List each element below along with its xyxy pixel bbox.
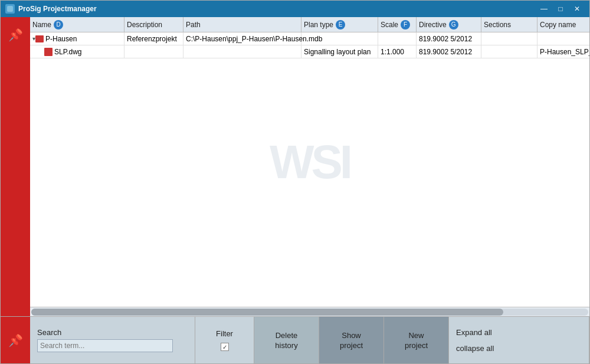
col-header-description: Description [124, 17, 183, 32]
table-header: Name D Description Path Plan type E Scal [30, 17, 589, 32]
horizontal-scrollbar[interactable] [30, 307, 589, 316]
filter-section[interactable]: Filter ✓ [195, 317, 254, 363]
cell-sections-0 [481, 32, 537, 45]
col-badge-d: D [54, 20, 63, 29]
col-badge-g: G [449, 20, 458, 29]
col-header-path: Path [183, 17, 301, 32]
cell-name-1: SLP.dwg [30, 45, 124, 58]
scroll-track[interactable] [31, 309, 588, 316]
cell-directive-1: 819.9002 5/2012 [417, 45, 481, 58]
search-input-row [37, 339, 188, 352]
collapse-all-button[interactable]: collapse all [456, 342, 494, 355]
main-content: 📌 WSI Name D Description Path [1, 17, 589, 316]
cell-sections-1 [481, 45, 537, 58]
window-title: ProSig Projectmanager [18, 5, 97, 13]
expand-all-button[interactable]: Expand all [456, 326, 492, 339]
table-container[interactable]: WSI Name D Description Path Plan type [30, 17, 589, 307]
cell-path-0: C:\P-Hausen\ppj_P-Hausen\P-Hausen.mdb [183, 32, 301, 45]
col-header-name: Name D [30, 17, 124, 32]
new-project-line1: New [408, 331, 424, 340]
table-row[interactable]: SLP.dwg Signalling layout plan 1:1.000 8… [30, 45, 589, 58]
checkmark-icon: ✓ [222, 344, 227, 350]
cell-name-0: ▾ P-Hausen [30, 32, 124, 45]
cell-copyname-0 [537, 32, 589, 45]
cell-plantype-0 [301, 32, 378, 45]
minimize-button[interactable]: — [536, 3, 552, 15]
delete-history-label: Delete history [261, 331, 312, 350]
pin-icon: 📌 [8, 28, 23, 42]
cell-scale-1: 1:1.000 [378, 45, 417, 58]
cell-directive-0: 819.9002 5/2012 [417, 32, 481, 45]
col-badge-f: F [401, 20, 410, 29]
delete-history-line2: history [275, 341, 297, 350]
cell-copyname-1: P-Hausen_SLP_Auto [537, 45, 589, 58]
col-header-directive: Directive G [417, 17, 481, 32]
cell-path-1 [183, 45, 301, 58]
file-icon [44, 48, 53, 56]
delete-history-line1: Delete [276, 331, 298, 340]
filter-checkbox-row: ✓ [221, 343, 229, 351]
col-header-plantype: Plan type E [301, 17, 378, 32]
close-button[interactable]: ✕ [569, 3, 585, 15]
toolbar-pin-icon: 📌 [8, 333, 23, 347]
app-window: ProSig Projectmanager — □ ✕ 📌 WSI Name D [0, 0, 590, 364]
col-header-sections: Sections [481, 17, 537, 32]
new-project-button[interactable]: New project [384, 317, 449, 363]
scroll-thumb[interactable] [31, 309, 503, 316]
table-body: ▾ P-Hausen Referenzprojekt C:\P-Hausen\p… [30, 32, 589, 58]
title-bar-left: ProSig Projectmanager [5, 4, 97, 14]
new-project-line2: project [405, 341, 428, 350]
col-badge-e: E [336, 20, 345, 29]
delete-history-button[interactable]: Delete history [254, 317, 319, 363]
watermark: WSI [270, 135, 350, 189]
cell-desc-0: Referenzprojekt [124, 32, 183, 45]
title-controls: — □ ✕ [536, 3, 585, 15]
title-bar: ProSig Projectmanager — □ ✕ [1, 1, 589, 17]
toolbar-left-strip: 📌 [1, 317, 30, 363]
bottom-toolbar: 📌 Search Filter ✓ Delete history [1, 316, 589, 363]
col-header-scale: Scale F [378, 17, 417, 32]
maximize-button[interactable]: □ [553, 3, 568, 15]
col-header-copyname: Copy name [537, 17, 589, 32]
table-row[interactable]: ▾ P-Hausen Referenzprojekt C:\P-Hausen\p… [30, 32, 589, 45]
cell-scale-0 [378, 32, 417, 45]
show-project-button[interactable]: Show project [319, 317, 384, 363]
cell-plantype-1: Signalling layout plan [301, 45, 378, 58]
search-label: Search [37, 328, 61, 337]
show-project-line1: Show [342, 331, 361, 340]
filter-checkbox[interactable]: ✓ [221, 343, 229, 351]
show-project-line2: project [340, 341, 363, 350]
left-sidebar-top: 📌 [1, 17, 30, 316]
show-project-label: Show project [326, 331, 376, 350]
folder-icon [35, 35, 44, 42]
new-project-label: New project [391, 331, 441, 350]
app-icon [5, 4, 15, 14]
center-area: WSI Name D Description Path Plan type [30, 17, 589, 316]
svg-rect-0 [7, 6, 13, 12]
cell-desc-1 [124, 45, 183, 58]
filter-label: Filter [216, 329, 233, 338]
search-label-row: Search [37, 328, 188, 337]
search-input[interactable] [37, 339, 173, 352]
search-section: Search [30, 317, 195, 363]
expand-collapse-section: Expand all collapse all [449, 317, 589, 363]
